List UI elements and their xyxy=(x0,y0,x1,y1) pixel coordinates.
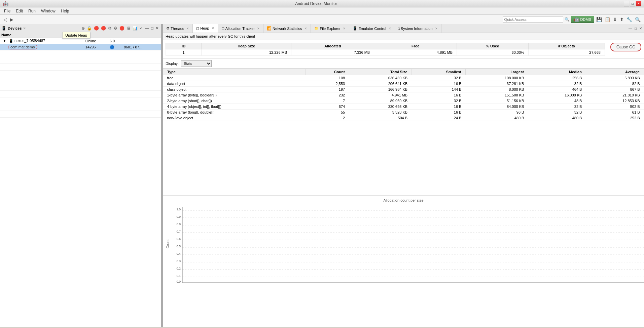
quick-access-icon: 🔍 xyxy=(565,17,570,22)
panel-icon-6[interactable]: ⚙ xyxy=(113,26,118,31)
process-row[interactable]: com.mat.demo 14296 🔵 8601 / 87... xyxy=(0,44,161,50)
tab-network-close[interactable]: ✕ xyxy=(305,27,307,30)
panel-icon-9[interactable]: 📊 xyxy=(132,26,138,31)
panel-icon-8[interactable]: 🖥 xyxy=(126,26,131,31)
toolbar-icon-7[interactable]: 🔧 xyxy=(626,17,633,22)
tab-heap-close[interactable]: ✕ xyxy=(212,27,214,30)
tab-fileexplorer-close[interactable]: ✕ xyxy=(343,27,346,30)
close-button[interactable]: ✕ xyxy=(636,1,641,6)
toolbar-icon-2[interactable]: ▶ xyxy=(9,17,14,22)
stats-cell-4: 151.508 KB xyxy=(465,92,528,98)
toolbar-icon-6[interactable]: ⬆ xyxy=(619,17,624,22)
panel-icon-10[interactable]: ✓ xyxy=(139,26,144,31)
stats-cell-2: 206.641 KB xyxy=(349,81,412,87)
tab-panel-close[interactable]: ✕ xyxy=(639,27,643,30)
tab-network[interactable]: 📶 Network Statistics ✕ xyxy=(263,24,311,33)
menu-bar: File Edit Run Window Help xyxy=(0,7,644,15)
col-blank2 xyxy=(108,32,122,38)
device-status: Online xyxy=(84,38,108,44)
tab-panel-min[interactable]: — xyxy=(628,27,633,30)
stats-table-row[interactable]: 1-byte array (byte[], boolean[])2324.941… xyxy=(163,92,644,98)
heap-allocated: 7.336 MB xyxy=(291,49,374,56)
tab-heap-icon: ◻ xyxy=(196,26,199,31)
tab-allocation-close[interactable]: ✕ xyxy=(257,27,260,30)
menu-edit[interactable]: Edit xyxy=(13,8,26,14)
stats-cell-0: non-Java object xyxy=(163,115,306,121)
chart-svg-container: Count 1.0 0.9 0.8 0.7 0.6 0.5 0.4 0.3 0.… xyxy=(166,204,641,328)
stats-cell-0: 2-byte array (short[], char[]) xyxy=(163,98,306,104)
panel-icon-2[interactable]: 🔒 xyxy=(86,26,93,31)
left-panel-content: Name ▼ 📱 nexus_7-05f84d87 Online xyxy=(0,32,161,327)
stats-table-row[interactable]: free108636.469 KB32 B108.000 KB256 B5.89… xyxy=(163,75,644,81)
toolbar-icon-5[interactable]: ⬇ xyxy=(612,17,618,22)
tab-emulator-close[interactable]: ✕ xyxy=(389,27,391,30)
display-select[interactable]: Stats Bar Graph Linear Scale xyxy=(181,60,212,67)
device-row[interactable]: ▼ 📱 nexus_7-05f84d87 Online 6.0 xyxy=(0,38,161,44)
process-name-cell: com.mat.demo xyxy=(0,44,84,50)
stats-table-row[interactable]: data object2,553206.641 KB16 B37.281 KB3… xyxy=(163,81,644,87)
stats-cell-5: 16.008 KB xyxy=(528,92,586,98)
ddms-button[interactable]: 🤖 DDMS xyxy=(571,16,594,23)
stats-col-smallest: Smallest xyxy=(412,69,465,75)
tab-emulator[interactable]: 📱 Emulator Control ✕ xyxy=(349,24,395,33)
toolbar: ◁ ▶ 🔍 🤖 DDMS 💾 📋 ⬇ ⬆ 🔧 🔍 xyxy=(0,15,644,24)
display-row: Display: Stats Bar Graph Linear Scale xyxy=(163,59,644,69)
tab-allocation[interactable]: ◻ Allocation Tracker ✕ xyxy=(218,24,263,33)
svg-text:0.4: 0.4 xyxy=(176,252,181,255)
menu-window[interactable]: Window xyxy=(38,8,58,14)
menu-help[interactable]: Help xyxy=(58,8,72,14)
tab-heap[interactable]: ◻ Heap ✕ xyxy=(193,24,218,33)
tab-fileexplorer[interactable]: 📁 File Explorer ✕ xyxy=(311,24,350,33)
stats-table-row[interactable]: 2-byte array (short[], char[])789.969 KB… xyxy=(163,98,644,104)
heap-size: 12.226 MB xyxy=(202,49,291,56)
stats-cell-2: 504 B xyxy=(349,115,412,121)
stats-table-area[interactable]: Type Count Total Size Smallest Largest M… xyxy=(163,69,644,196)
ddms-icon: 🤖 xyxy=(574,17,579,22)
maximize-button[interactable]: □ xyxy=(630,1,635,6)
tab-sysinfo[interactable]: ℹ System Information ✕ xyxy=(395,24,441,33)
chart-area: Allocation count per size Count 1.0 0.9 … xyxy=(163,196,644,328)
quick-access-input[interactable] xyxy=(503,16,563,23)
toolbar-icon-1[interactable]: ◁ xyxy=(3,17,8,22)
panel-icon-3[interactable]: 🔴 xyxy=(93,26,100,31)
heap-col-alloc: Allocated xyxy=(291,43,374,49)
phone-icon: 📱 xyxy=(9,39,13,43)
menu-file[interactable]: File xyxy=(1,8,13,14)
toolbar-icon-4[interactable]: 📋 xyxy=(604,17,611,22)
stats-cell-0: 8-byte array (long[], double[]) xyxy=(163,110,306,115)
heap-col-size: Heap Size xyxy=(202,43,291,49)
panel-icon-7[interactable]: 🛑 xyxy=(119,26,125,31)
stats-table-row[interactable]: 4-byte array (object[], int[], float[])6… xyxy=(163,104,644,110)
tab-threads-close[interactable]: ✕ xyxy=(186,27,189,30)
panel-icon-1[interactable]: ⊕ xyxy=(81,26,85,31)
panel-icon-5[interactable]: ⚙ xyxy=(107,26,112,31)
menu-run[interactable]: Run xyxy=(26,8,38,14)
heap-free: 4.891 MB xyxy=(374,49,457,56)
tab-allocation-label: Allocation Tracker xyxy=(225,27,255,31)
stats-table-row[interactable]: class object197166.984 KB144 B8.000 KB46… xyxy=(163,87,644,92)
tab-fileexplorer-label: File Explorer xyxy=(320,27,341,31)
stats-cell-4: 480 B xyxy=(465,115,528,121)
cause-gc-button[interactable]: Cause GC xyxy=(610,43,641,51)
panel-icon-4[interactable]: 🔴 xyxy=(100,26,107,31)
process-heap-icon: 🔵 xyxy=(108,44,122,50)
tab-panel-max[interactable]: □ xyxy=(634,27,637,30)
svg-text:0.9: 0.9 xyxy=(176,215,181,218)
heap-content: Heap updates will happen after every GC … xyxy=(163,33,644,327)
tab-sysinfo-close[interactable]: ✕ xyxy=(435,27,438,30)
app-icon: 🤖 xyxy=(3,1,8,6)
stats-table-row[interactable]: non-Java object2504 B24 B480 B480 B252 B xyxy=(163,115,644,121)
toolbar-icon-3[interactable]: 💾 xyxy=(596,17,603,22)
svg-text:0.7: 0.7 xyxy=(176,230,181,233)
toolbar-left: ◁ ▶ xyxy=(3,17,14,22)
tab-sysinfo-icon: ℹ xyxy=(398,26,400,31)
toolbar-icon-8[interactable]: 🔍 xyxy=(634,17,641,22)
tab-threads[interactable]: ⚙ Threads ✕ xyxy=(163,24,193,33)
panel-icon-12[interactable]: □ xyxy=(150,26,154,31)
panel-icon-11[interactable]: — xyxy=(144,26,150,31)
stats-table-row[interactable]: 8-byte array (long[], double[])553.328 K… xyxy=(163,110,644,115)
stats-cell-6: 867 B xyxy=(586,87,644,92)
panel-icon-13[interactable]: ✕ xyxy=(155,26,159,31)
minimize-button[interactable]: ─ xyxy=(624,1,629,6)
stats-cell-2: 3.328 KB xyxy=(349,110,412,115)
